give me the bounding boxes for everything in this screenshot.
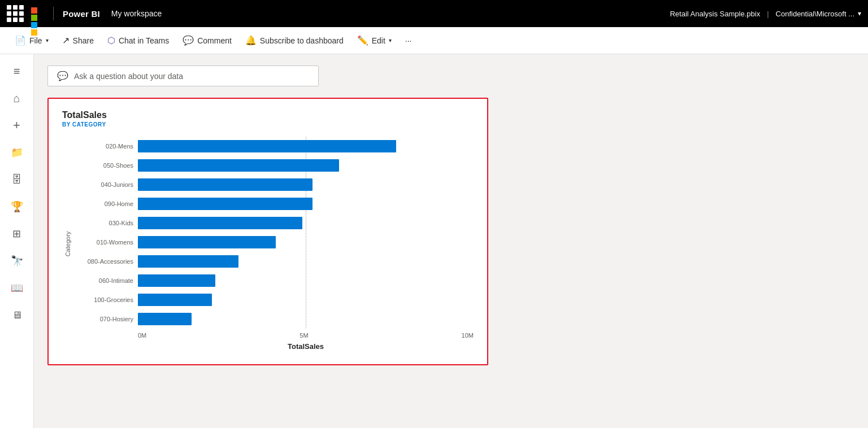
share-icon: ↗ bbox=[62, 35, 70, 46]
comment-icon: 💬 bbox=[183, 35, 194, 46]
y-label: 090-Home bbox=[76, 194, 133, 213]
share-button[interactable]: ↗ Share bbox=[57, 32, 99, 49]
y-label: 080-Accessories bbox=[76, 252, 133, 271]
chart-plot-area: 020-Mens050-Shoes040-Juniors090-Home030-… bbox=[76, 137, 474, 351]
sidebar-item-learn[interactable]: 🔭 bbox=[5, 248, 29, 273]
subscribe-label: Subscribe to dashboard bbox=[260, 36, 344, 45]
sidebar-item-data-hub[interactable]: 🗄 bbox=[5, 167, 29, 192]
bar bbox=[138, 313, 192, 325]
file-menu[interactable]: 📄 File ▾ bbox=[9, 32, 54, 49]
apps-grid-button[interactable] bbox=[7, 5, 24, 22]
bar bbox=[138, 274, 215, 287]
file-label: File bbox=[29, 36, 42, 45]
chart-card: TotalSales BY CATEGORY Category 020-Mens… bbox=[47, 98, 488, 365]
x-axis-tick: 10M bbox=[462, 332, 474, 339]
sidebar: ≡ ⌂ + 📁 🗄 🏆 ⊞ 🔭 📖 🖥 bbox=[0, 54, 34, 428]
sidebar-item-home[interactable]: ⌂ bbox=[5, 86, 29, 111]
bar bbox=[138, 217, 302, 229]
file-chevron-icon: ▾ bbox=[46, 37, 49, 43]
bars-and-yaxis: 020-Mens050-Shoes040-Juniors090-Home030-… bbox=[76, 137, 474, 329]
main-content: 💬 Ask a question about your data TotalSa… bbox=[34, 54, 868, 428]
y-labels: 020-Mens050-Shoes040-Juniors090-Home030-… bbox=[76, 137, 138, 329]
bar-row bbox=[138, 158, 474, 173]
y-label: 050-Shoes bbox=[76, 156, 133, 175]
sidebar-item-create[interactable]: + bbox=[5, 113, 29, 138]
powerbi-label: Power BI bbox=[63, 9, 100, 19]
topbar-right: Retail Analysis Sample.pbix | Confidenti… bbox=[670, 10, 861, 18]
comment-button[interactable]: 💬 Comment bbox=[177, 32, 237, 49]
topbar: Power BI My workspace Retail Analysis Sa… bbox=[0, 0, 868, 27]
file-icon: 📄 bbox=[15, 35, 26, 46]
bar bbox=[138, 198, 313, 210]
teams-icon: ⬡ bbox=[107, 35, 115, 46]
sidebar-item-hamburger[interactable]: ≡ bbox=[5, 59, 29, 84]
bar-row bbox=[138, 234, 474, 250]
sidebar-item-apps[interactable]: ⊞ bbox=[5, 221, 29, 246]
bar-chart: Category 020-Mens050-Shoes040-Juniors090… bbox=[62, 137, 474, 351]
edit-icon: ✏️ bbox=[357, 35, 368, 46]
topbar-chevron-icon[interactable]: ▾ bbox=[858, 10, 861, 18]
confidential-label: Confidential\Microsoft ... bbox=[776, 10, 854, 18]
y-axis-label: Category bbox=[64, 231, 71, 256]
chat-in-teams-label: Chat in Teams bbox=[119, 36, 169, 45]
subscribe-icon: 🔔 bbox=[245, 35, 257, 46]
y-label: 070-Hosiery bbox=[76, 309, 133, 329]
bars-area bbox=[138, 137, 474, 329]
topbar-separator: | bbox=[767, 10, 769, 18]
ask-placeholder: Ask a question about your data bbox=[74, 72, 183, 81]
y-label: 010-Womens bbox=[76, 233, 133, 252]
bar bbox=[138, 294, 212, 306]
x-axis-labels: 0M5M10M bbox=[138, 332, 474, 339]
y-label: 020-Mens bbox=[76, 137, 133, 156]
sidebar-item-browse[interactable]: 📁 bbox=[5, 140, 29, 165]
main-layout: ≡ ⌂ + 📁 🗄 🏆 ⊞ 🔭 📖 🖥 💬 Ask a question abo… bbox=[0, 54, 868, 428]
bar-row bbox=[138, 254, 474, 269]
toolbar: 📄 File ▾ ↗ Share ⬡ Chat in Teams 💬 Comme… bbox=[0, 27, 868, 54]
y-axis-label-container: Category bbox=[62, 137, 73, 351]
workspace-label[interactable]: My workspace bbox=[111, 9, 162, 18]
more-label: ··· bbox=[405, 36, 412, 45]
subscribe-button[interactable]: 🔔 Subscribe to dashboard bbox=[240, 32, 349, 49]
x-axis-title: TotalSales bbox=[138, 342, 474, 351]
chat-in-teams-button[interactable]: ⬡ Chat in Teams bbox=[102, 32, 175, 49]
y-label: 040-Juniors bbox=[76, 175, 133, 194]
sidebar-item-goals[interactable]: 🏆 bbox=[5, 194, 29, 219]
filename-label: Retail Analysis Sample.pbix bbox=[670, 10, 760, 18]
ask-question-bar[interactable]: 💬 Ask a question about your data bbox=[47, 65, 319, 86]
bar-row bbox=[138, 138, 474, 154]
share-label: Share bbox=[73, 36, 94, 45]
x-axis-tick: 5M bbox=[300, 332, 308, 339]
bar-row bbox=[138, 311, 474, 327]
bar-row bbox=[138, 196, 474, 212]
comment-label: Comment bbox=[197, 36, 232, 45]
bar bbox=[138, 255, 238, 268]
chart-title: TotalSales bbox=[62, 110, 474, 120]
y-label: 060-Intimate bbox=[76, 271, 133, 290]
microsoft-logo bbox=[31, 7, 44, 20]
bar bbox=[138, 140, 396, 152]
sidebar-item-monitor[interactable]: 🖥 bbox=[5, 303, 29, 327]
bar-row bbox=[138, 177, 474, 193]
bar bbox=[138, 178, 313, 191]
bar bbox=[138, 159, 339, 172]
more-button[interactable]: ··· bbox=[400, 33, 418, 49]
bar-row bbox=[138, 292, 474, 308]
bar bbox=[138, 236, 276, 248]
ask-icon: 💬 bbox=[57, 71, 68, 81]
bar-row bbox=[138, 273, 474, 289]
y-label: 100-Groceries bbox=[76, 290, 133, 309]
chart-subtitle: BY CATEGORY bbox=[62, 121, 474, 128]
sidebar-item-book[interactable]: 📖 bbox=[5, 276, 29, 300]
edit-label: Edit bbox=[372, 36, 385, 45]
x-axis-tick: 0M bbox=[138, 332, 146, 339]
edit-chevron-icon: ▾ bbox=[389, 37, 392, 43]
edit-button[interactable]: ✏️ Edit ▾ bbox=[351, 32, 397, 49]
y-label: 030-Kids bbox=[76, 213, 133, 233]
topbar-divider bbox=[53, 7, 54, 20]
bar-row bbox=[138, 215, 474, 231]
